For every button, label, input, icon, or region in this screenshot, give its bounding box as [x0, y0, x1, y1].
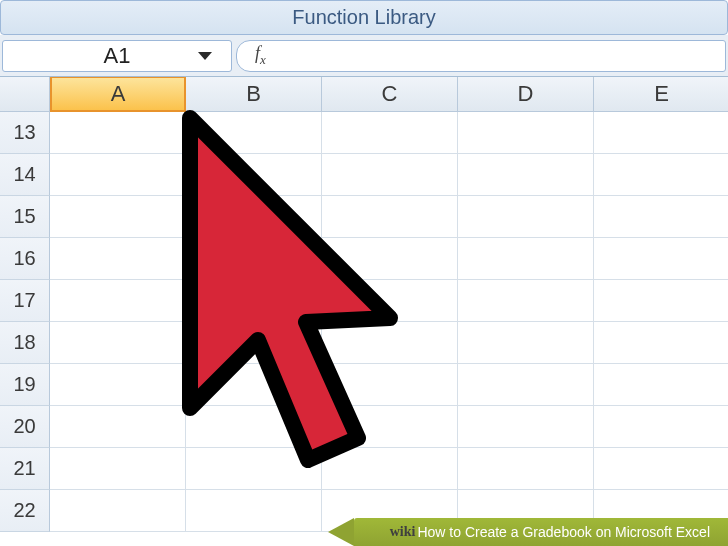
- banner-brand: wiki: [390, 524, 416, 540]
- cell[interactable]: [186, 238, 322, 280]
- chevron-down-icon[interactable]: [197, 51, 213, 61]
- cell[interactable]: [322, 112, 458, 154]
- cell[interactable]: [322, 322, 458, 364]
- table-row: [50, 280, 728, 322]
- row-header-22[interactable]: 22: [0, 490, 50, 532]
- row-header-13[interactable]: 13: [0, 112, 50, 154]
- cell[interactable]: [594, 322, 728, 364]
- cell[interactable]: [594, 364, 728, 406]
- row-header-16[interactable]: 16: [0, 238, 50, 280]
- cell[interactable]: [322, 448, 458, 490]
- cell[interactable]: [50, 238, 186, 280]
- cell[interactable]: [594, 238, 728, 280]
- cell[interactable]: [594, 196, 728, 238]
- table-row: [50, 154, 728, 196]
- table-row: [50, 322, 728, 364]
- cell[interactable]: [458, 364, 594, 406]
- row-headers: 13141516171819202122: [0, 112, 50, 532]
- cell[interactable]: [594, 280, 728, 322]
- cell[interactable]: [186, 322, 322, 364]
- cell[interactable]: [186, 196, 322, 238]
- banner-arrow-icon: [328, 518, 354, 546]
- cell[interactable]: [458, 280, 594, 322]
- cell[interactable]: [50, 154, 186, 196]
- column-header-c[interactable]: C: [322, 77, 458, 112]
- row-header-15[interactable]: 15: [0, 196, 50, 238]
- row-header-17[interactable]: 17: [0, 280, 50, 322]
- cell[interactable]: [322, 406, 458, 448]
- cell[interactable]: [186, 280, 322, 322]
- cell[interactable]: [186, 448, 322, 490]
- row-header-14[interactable]: 14: [0, 154, 50, 196]
- cell[interactable]: [458, 238, 594, 280]
- table-row: [50, 238, 728, 280]
- cell[interactable]: [186, 112, 322, 154]
- cell[interactable]: [458, 322, 594, 364]
- cell[interactable]: [322, 154, 458, 196]
- cell[interactable]: [50, 490, 186, 532]
- row-header-19[interactable]: 19: [0, 364, 50, 406]
- cell[interactable]: [186, 406, 322, 448]
- cell[interactable]: [594, 112, 728, 154]
- wikihow-banner: wiki How to Create a Gradebook on Micros…: [354, 518, 728, 546]
- select-all-corner[interactable]: [0, 77, 50, 112]
- cell[interactable]: [50, 364, 186, 406]
- cell[interactable]: [50, 406, 186, 448]
- row-header-21[interactable]: 21: [0, 448, 50, 490]
- ribbon-section: Function Library: [0, 0, 728, 35]
- cell[interactable]: [594, 406, 728, 448]
- column-header-b[interactable]: B: [186, 77, 322, 112]
- cell[interactable]: [50, 448, 186, 490]
- cell[interactable]: [458, 154, 594, 196]
- row-header-20[interactable]: 20: [0, 406, 50, 448]
- table-row: [50, 112, 728, 154]
- cell-area[interactable]: [50, 112, 728, 532]
- column-header-e[interactable]: E: [594, 77, 728, 112]
- column-header-a[interactable]: A: [50, 77, 186, 112]
- cell[interactable]: [458, 196, 594, 238]
- formula-input[interactable]: fx: [236, 40, 726, 72]
- cell[interactable]: [458, 448, 594, 490]
- column-headers: ABCDE: [50, 77, 728, 112]
- table-row: [50, 364, 728, 406]
- cell[interactable]: [186, 154, 322, 196]
- column-header-d[interactable]: D: [458, 77, 594, 112]
- row-header-18[interactable]: 18: [0, 322, 50, 364]
- cell[interactable]: [50, 322, 186, 364]
- cell[interactable]: [594, 154, 728, 196]
- name-box-value: A1: [15, 43, 219, 69]
- table-row: [50, 406, 728, 448]
- cell[interactable]: [50, 280, 186, 322]
- cell[interactable]: [594, 448, 728, 490]
- banner-text: How to Create a Gradebook on Microsoft E…: [417, 524, 710, 540]
- table-row: [50, 448, 728, 490]
- name-box[interactable]: A1: [2, 40, 232, 72]
- cell[interactable]: [458, 112, 594, 154]
- cell[interactable]: [186, 490, 322, 532]
- table-row: [50, 196, 728, 238]
- fx-icon[interactable]: fx: [255, 43, 266, 68]
- cell[interactable]: [322, 238, 458, 280]
- cell[interactable]: [322, 364, 458, 406]
- cell[interactable]: [50, 196, 186, 238]
- cell[interactable]: [322, 196, 458, 238]
- cell[interactable]: [458, 406, 594, 448]
- cell[interactable]: [186, 364, 322, 406]
- cell[interactable]: [50, 112, 186, 154]
- ribbon-section-label: Function Library: [292, 6, 435, 29]
- formula-bar: A1 fx: [0, 35, 728, 77]
- cell[interactable]: [322, 280, 458, 322]
